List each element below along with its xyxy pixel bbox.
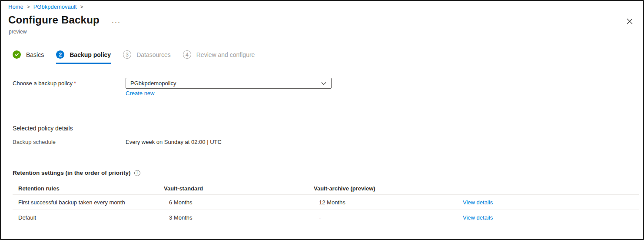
column-header-vault-archive: Vault-archive (preview) bbox=[314, 185, 463, 192]
tab-review-and-configure-label: Review and configure bbox=[196, 51, 255, 58]
backup-policy-field-label: Choose a backup policy* bbox=[13, 80, 76, 87]
breadcrumb-home-link[interactable]: Home bbox=[8, 3, 23, 10]
close-button[interactable] bbox=[625, 17, 634, 26]
view-details-link[interactable]: View details bbox=[463, 214, 493, 221]
vault-standard-cell: 3 Months bbox=[164, 214, 314, 221]
step-4-icon: 4 bbox=[183, 50, 191, 59]
tab-basics-label: Basics bbox=[26, 51, 44, 58]
page-title: Configure Backup bbox=[8, 14, 100, 26]
tab-datasources-label: Datasources bbox=[136, 51, 171, 58]
vault-archive-cell: - bbox=[314, 214, 463, 221]
vault-archive-cell: 12 Months bbox=[314, 199, 463, 206]
breadcrumb-vault-link[interactable]: PGbkpdemovault bbox=[33, 3, 77, 10]
tab-backup-policy[interactable]: 2 Backup policy bbox=[56, 50, 111, 64]
retention-rule-cell: Default bbox=[13, 214, 164, 221]
table-row: First successful backup taken every mont… bbox=[13, 195, 639, 210]
table-header-row: Retention rules Vault-standard Vault-arc… bbox=[13, 183, 639, 195]
close-icon bbox=[627, 18, 633, 24]
preview-label: preview bbox=[9, 29, 27, 35]
step-2-icon: 2 bbox=[56, 50, 64, 59]
info-icon[interactable]: i bbox=[134, 170, 140, 176]
wizard-tabs: Basics 2 Backup policy 3 Datasources 4 R… bbox=[13, 50, 255, 64]
header: Configure Backup ... bbox=[8, 14, 121, 26]
tab-review-and-configure[interactable]: 4 Review and configure bbox=[183, 50, 255, 64]
configure-backup-panel: Home > PGbkpdemovault > Configure Backup… bbox=[0, 0, 644, 240]
breadcrumb-separator: > bbox=[80, 4, 83, 10]
retention-rule-cell: First successful backup taken every mont… bbox=[13, 199, 164, 206]
tab-datasources[interactable]: 3 Datasources bbox=[123, 50, 171, 64]
tab-basics[interactable]: Basics bbox=[13, 50, 44, 64]
view-details-link[interactable]: View details bbox=[463, 199, 493, 206]
breadcrumb: Home > PGbkpdemovault > bbox=[8, 3, 83, 10]
backup-schedule-label: Backup schedule bbox=[13, 139, 56, 145]
retention-table: Retention rules Vault-standard Vault-arc… bbox=[13, 183, 639, 225]
step-3-icon: 3 bbox=[123, 50, 131, 59]
tab-backup-policy-label: Backup policy bbox=[70, 51, 111, 58]
retention-settings-heading: Retention settings (in the order of prio… bbox=[13, 170, 140, 176]
breadcrumb-separator: > bbox=[27, 4, 30, 10]
column-header-vault-standard: Vault-standard bbox=[164, 185, 314, 192]
check-circle-icon bbox=[13, 50, 21, 59]
required-asterisk: * bbox=[74, 80, 76, 87]
backup-policy-dropdown[interactable]: PGbkpdemopolicy bbox=[126, 78, 332, 89]
column-header-retention-rules: Retention rules bbox=[13, 185, 164, 192]
table-row: Default 3 Months - View details bbox=[13, 210, 639, 225]
chevron-down-icon bbox=[321, 80, 327, 87]
vault-standard-cell: 6 Months bbox=[164, 199, 314, 206]
create-new-link[interactable]: Create new bbox=[126, 90, 154, 97]
more-options-icon[interactable]: ... bbox=[112, 18, 121, 22]
backup-schedule-value: Every week on Sunday at 02:00 | UTC bbox=[126, 139, 222, 145]
backup-policy-dropdown-value: PGbkpdemopolicy bbox=[130, 80, 176, 87]
selected-policy-details-title: Selected policy details bbox=[13, 125, 73, 132]
